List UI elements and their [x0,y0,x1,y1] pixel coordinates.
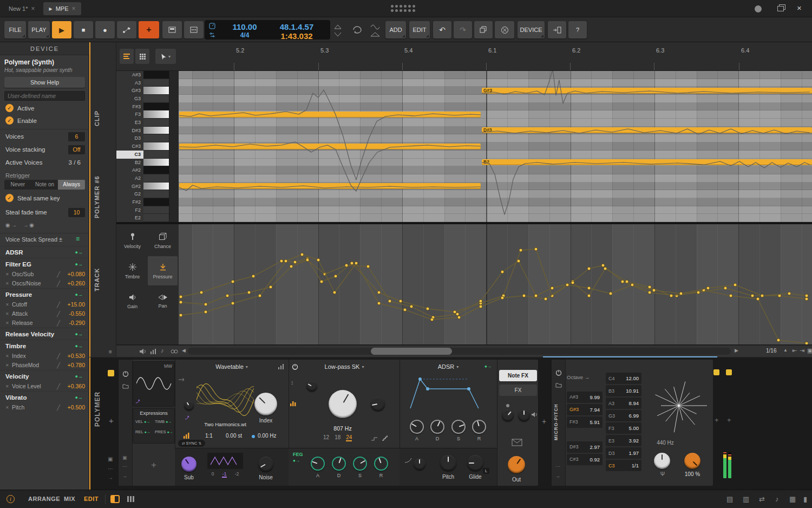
project-tab-2[interactable]: ▶MPE× [43,2,81,15]
undo-button[interactable]: ↶ [433,21,451,38]
remove-mod-icon[interactable]: ✕ [5,279,9,288]
meter-panel-icon[interactable]: ▮ [803,495,807,503]
tuning-cell-Gs3[interactable]: G#37.94 [567,404,603,415]
piano-panel-icon[interactable]: ▦ [789,495,796,503]
tuning-value[interactable]: 5.00 [629,425,639,431]
polymer-device[interactable]: ▣ ⋯ → MW Expressions VEL ●→TIMB ●→REL ●→… [118,359,539,486]
slope-steep-icon[interactable] [382,435,389,441]
expression-button-chance[interactable]: Chance [148,226,178,255]
remove-mod-icon[interactable]: ✕ [5,309,9,318]
mod-out-icon[interactable]: ●→ [75,246,83,258]
key-bar[interactable] [143,119,169,127]
glide-knob[interactable] [467,455,483,471]
expression-button-timbre[interactable]: Timbre [117,256,147,285]
piano-key-Cs3[interactable]: C#3 [116,142,169,151]
mod-out-icon[interactable]: ●→ [75,328,83,340]
mod-source-timbre[interactable]: Timbre●→ [0,340,89,351]
remove-mod-icon[interactable]: ✕ [5,270,9,279]
expression-slot-rel[interactable]: REL ●→ [135,429,154,434]
tuning-cell-Fs3[interactable]: F#35.91 [567,416,603,428]
device-dots-icon[interactable]: ⋯ [122,464,127,469]
horizontal-scrollbar[interactable] [188,348,731,355]
mod-source-pressure[interactable]: Pressure●→ [0,288,89,300]
sub-octave--2[interactable]: -2 [234,471,239,478]
filter-resonance-knob[interactable] [371,397,385,411]
key-bar[interactable] [143,190,169,198]
mod-out-routing-icon[interactable]: ◉→ [5,222,18,228]
feg-out-icon[interactable]: ●→ [293,458,300,463]
edit-view-button[interactable]: EDIT [84,496,99,502]
mod-target-cutoff[interactable]: ✕Cutoff╱+15.00 [0,300,89,309]
chain-out-icon[interactable]: → [108,474,113,480]
strip-label-polymer--6[interactable]: POLYMER #6 [94,165,104,230]
transport-stop-button[interactable]: ■ [74,21,93,38]
tuning-value[interactable]: 5.91 [590,419,600,425]
song-position[interactable]: 48.1.4.57 [269,22,325,31]
piano-key-Gs3[interactable]: G#3 [116,87,169,95]
key-bar[interactable] [143,71,169,79]
remove-mod-icon[interactable]: ✕ [5,300,9,309]
add-layer-icon-1[interactable]: + [715,416,719,424]
tuning-cell-Ds3[interactable]: D#32.97 [567,441,603,453]
mod-amount-value[interactable]: +0.360 [68,382,85,391]
key-bar[interactable] [143,134,169,142]
preroll-button[interactable] [162,21,182,38]
env-knob-s[interactable] [451,420,466,434]
mix-view-button[interactable]: MIX [64,496,75,502]
piano-key-C3[interactable]: C3 [116,151,169,159]
expression-button-velocity[interactable]: Velocity [117,226,147,255]
device-power-icon[interactable] [122,370,129,377]
retrigger-option-always[interactable]: Always [58,180,85,190]
noise-knob[interactable] [258,457,273,472]
pitch-knob[interactable] [440,455,456,471]
project-tab-1[interactable]: New 1*× [3,2,40,15]
sub-wave-display[interactable] [207,453,243,469]
steal-fade-value[interactable]: 10 [68,208,85,217]
keytrack-icon[interactable] [178,377,186,382]
piano-key-B2[interactable]: B2 [116,159,169,167]
timeline-ruler[interactable]: 5.25.35.46.16.26.36.4 [179,42,812,71]
adsr-envelope-visualization[interactable] [404,374,493,416]
reference-knob[interactable] [654,453,670,469]
key-bar[interactable] [143,206,169,214]
tuning-cell-C3[interactable]: C31/1 [606,460,641,471]
mod-source-velocity[interactable]: Velocity●→ [0,370,89,382]
mod-amount-value[interactable]: +0.260 [68,279,85,288]
spread-knob[interactable] [502,409,514,421]
sub-knob[interactable] [181,457,197,472]
key-bar[interactable] [143,159,169,167]
tuning-value[interactable]: 1/1 [632,463,639,468]
redo-button[interactable]: ↷ [454,21,472,38]
punch-out-icon[interactable] [333,31,342,37]
tuning-cell-C4[interactable]: C412.00 [606,373,641,384]
restore-window-icon[interactable] [777,6,784,11]
key-fold-strip[interactable] [169,71,179,222]
mod-source-release-velocity[interactable]: Release Velocity●→ [0,328,89,340]
mod-out-icon[interactable]: ●→ [75,370,83,382]
delete-button[interactable] [495,21,514,38]
browser-panel-icon[interactable]: ▤ [726,495,733,503]
filter-slope-24[interactable]: 24 [346,434,352,441]
swing-icon[interactable] [370,24,380,30]
glide-legato-badge[interactable]: L [483,468,489,474]
mod-target-voice-level[interactable]: ✕Voice Level╱+0.360 [0,382,89,391]
song-time[interactable]: 1:43.032 [269,31,325,41]
key-bar[interactable] [143,174,169,183]
piano-key-A3[interactable]: A3 [116,79,169,87]
mod-amount-value[interactable]: +0.530 [68,351,85,361]
add-layer-icon-2[interactable]: + [727,416,731,424]
mod-out-icon[interactable]: ●→ [75,258,83,270]
stack-spread-icon[interactable]: ≡ [76,235,80,243]
tuning-value[interactable]: 6.99 [629,413,639,419]
key-bar[interactable] [143,183,169,191]
piano-key-A2[interactable]: A2 [116,174,169,183]
expand-editor-icon[interactable]: ▣ [807,347,812,354]
mod-amount-value[interactable]: +0.080 [68,270,85,279]
tab-close-icon[interactable]: × [31,5,35,12]
piano-key-As3[interactable]: A#3 [116,71,169,79]
velocity-bars-icon[interactable] [150,348,156,355]
env-out-icon[interactable]: ●→ [484,364,492,369]
mod-amount-value[interactable]: -0.290 [69,318,85,328]
tuning-value[interactable]: 7.94 [590,407,600,413]
piano-key-Fs3[interactable]: F#3 [116,103,169,111]
